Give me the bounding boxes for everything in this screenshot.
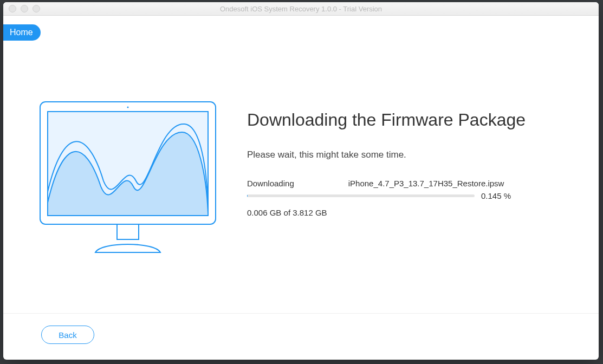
download-panel: Downloading the Firmware Package Please … [247,110,550,217]
progress-percent: 0.145 % [481,191,511,200]
content-area: Home Downloading the Firmware Package Pl… [3,16,599,360]
download-filename: iPhone_4.7_P3_13.7_17H35_Restore.ipsw [348,179,504,188]
progress-bar [247,194,475,197]
download-label: Downloading [247,179,294,188]
svg-point-1 [127,107,129,108]
minimize-icon[interactable] [21,5,28,12]
window-controls [3,5,40,12]
window-title: Ondesoft iOS System Recovery 1.0.0 - Tri… [3,5,599,13]
close-icon[interactable] [9,5,16,12]
home-button[interactable]: Home [3,24,41,41]
footer-separator [3,313,599,314]
download-info-row: Downloading iPhone_4.7_P3_13.7_17H35_Res… [247,179,475,188]
zoom-icon[interactable] [33,5,40,12]
back-button[interactable]: Back [41,326,94,344]
progress-row: 0.145 % [247,191,518,200]
download-size: 0.006 GB of 3.812 GB [247,208,550,217]
monitor-illustration [36,100,220,257]
page-heading: Downloading the Firmware Package [247,110,550,130]
titlebar: Ondesoft iOS System Recovery 1.0.0 - Tri… [3,2,599,16]
progress-fill [247,194,248,197]
app-window: Ondesoft iOS System Recovery 1.0.0 - Tri… [3,2,599,360]
page-subtext: Please wait, this might take some time. [247,150,550,160]
